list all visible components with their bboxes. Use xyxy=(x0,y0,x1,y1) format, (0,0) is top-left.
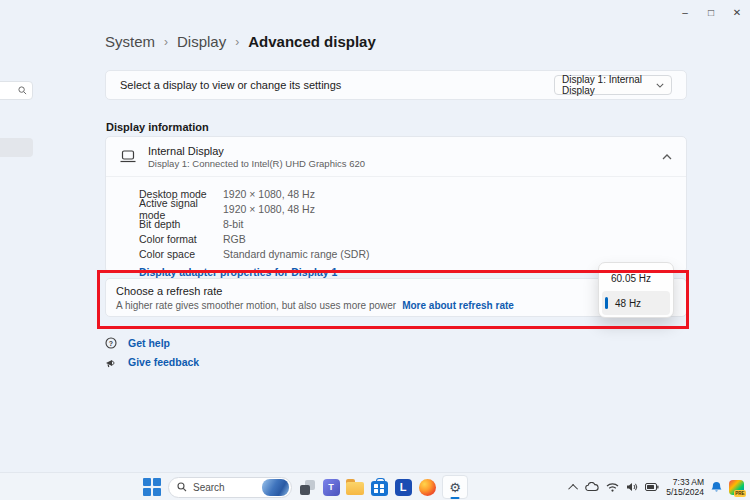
active-app-indicator xyxy=(451,497,460,500)
give-feedback-label: Give feedback xyxy=(128,356,199,368)
svg-text:?: ? xyxy=(109,340,113,347)
display-connection-subtitle: Display 1: Connected to Intel(R) UHD Gra… xyxy=(148,158,365,169)
detail-value: RGB xyxy=(223,233,246,245)
volume-tray-button[interactable] xyxy=(626,482,638,492)
red-highlight-annotation xyxy=(97,270,689,329)
speaker-icon xyxy=(626,482,638,492)
close-button[interactable]: ✕ xyxy=(724,0,750,24)
copilot-preview-badge: PRE xyxy=(734,490,746,496)
settings-app-button-active[interactable]: ⚙ xyxy=(442,475,468,499)
detail-label: Color space xyxy=(139,248,223,260)
breadcrumb-separator: › xyxy=(164,35,168,49)
gear-icon: ⚙ xyxy=(449,481,461,494)
task-view-button[interactable] xyxy=(298,477,316,497)
chevron-up-icon[interactable] xyxy=(662,154,672,160)
display-selector-dropdown[interactable]: Display 1: Internal Display xyxy=(554,75,672,95)
notifications-button[interactable] xyxy=(711,481,722,493)
breadcrumb: System › Display › Advanced display xyxy=(105,33,376,50)
display-name: Internal Display xyxy=(148,145,365,157)
task-view-icon xyxy=(300,480,315,495)
tray-date: 5/15/2024 xyxy=(666,487,704,497)
get-help-link[interactable]: ? Get help xyxy=(105,336,170,350)
tray-chevron-up-button[interactable] xyxy=(571,484,578,491)
detail-row-bit-depth: Bit depth 8-bit xyxy=(139,216,686,231)
folder-icon xyxy=(346,482,364,495)
copilot-button[interactable]: PRE xyxy=(729,480,744,495)
app-l-icon: L xyxy=(395,479,412,496)
detail-value: 1920 × 1080, 48 Hz xyxy=(223,203,315,215)
detail-value: Standard dynamic range (SDR) xyxy=(223,248,369,260)
battery-tray-button[interactable] xyxy=(645,483,659,491)
wifi-tray-button[interactable] xyxy=(606,482,619,492)
file-explorer-button[interactable] xyxy=(346,477,364,497)
search-icon xyxy=(18,86,27,95)
nav-search-input[interactable] xyxy=(0,81,33,100)
wifi-icon xyxy=(606,482,619,492)
detail-row-color-space: Color space Standard dynamic range (SDR) xyxy=(139,246,686,261)
breadcrumb-separator: › xyxy=(235,35,239,49)
chevron-down-icon xyxy=(656,83,664,88)
window-controls: – □ ✕ xyxy=(672,0,750,24)
detail-label: Bit depth xyxy=(139,218,223,230)
display-details: Desktop mode 1920 × 1080, 48 Hz Active s… xyxy=(106,177,686,278)
help-icon: ? xyxy=(105,337,117,349)
detail-value: 1920 × 1080, 48 Hz xyxy=(223,188,315,200)
bell-icon xyxy=(711,481,722,493)
display-information-expander[interactable]: Internal Display Display 1: Connected to… xyxy=(106,137,686,177)
feedback-icon xyxy=(105,356,117,368)
detail-row-color-format: Color format RGB xyxy=(139,231,686,246)
teams-app-button[interactable]: T xyxy=(322,477,340,497)
minimize-button[interactable]: – xyxy=(672,0,698,24)
detail-row-active-signal-mode: Active signal mode 1920 × 1080, 48 Hz xyxy=(139,201,686,216)
give-feedback-link[interactable]: Give feedback xyxy=(105,355,199,369)
tray-time: 7:33 AM xyxy=(666,477,704,487)
search-placeholder: Search xyxy=(193,482,262,493)
windows-logo-icon xyxy=(153,488,161,496)
cloud-icon xyxy=(585,482,599,492)
page-title: Advanced display xyxy=(248,33,376,50)
section-title-display-information: Display information xyxy=(106,121,209,133)
clock[interactable]: 7:33 AM 5/15/2024 xyxy=(666,477,704,497)
windows-logo-icon xyxy=(153,478,161,486)
taskbar: Search T L ⚙ xyxy=(0,472,750,500)
get-help-label: Get help xyxy=(128,337,170,349)
detail-label: Color format xyxy=(139,233,223,245)
windows-logo-icon xyxy=(143,488,151,496)
detail-value: 8-bit xyxy=(223,218,243,230)
nav-selected-item[interactable] xyxy=(0,138,33,157)
firefox-icon xyxy=(419,479,436,496)
search-icon xyxy=(177,482,187,492)
microsoft-store-button[interactable] xyxy=(370,477,388,497)
windows-logo-icon xyxy=(143,478,151,486)
maximize-button[interactable]: □ xyxy=(698,0,724,24)
start-button[interactable] xyxy=(142,477,162,497)
breadcrumb-display[interactable]: Display xyxy=(177,33,226,50)
store-icon xyxy=(371,481,388,496)
display-selector-value: Display 1: Internal Display xyxy=(562,74,656,96)
firefox-button[interactable] xyxy=(418,477,436,497)
breadcrumb-system[interactable]: System xyxy=(105,33,155,50)
display-selector-card: Select a display to view or change its s… xyxy=(105,70,687,100)
onedrive-tray-button[interactable] xyxy=(585,482,599,492)
chevron-up-icon xyxy=(568,483,578,493)
battery-icon xyxy=(645,483,659,491)
teams-icon: T xyxy=(323,479,340,496)
bing-daily-image[interactable] xyxy=(262,479,289,496)
laptop-icon xyxy=(120,150,136,163)
app-l-button[interactable]: L xyxy=(394,477,412,497)
display-selector-label: Select a display to view or change its s… xyxy=(120,79,341,91)
display-information-card: Internal Display Display 1: Connected to… xyxy=(105,136,687,273)
taskbar-search-box[interactable]: Search xyxy=(168,477,292,498)
